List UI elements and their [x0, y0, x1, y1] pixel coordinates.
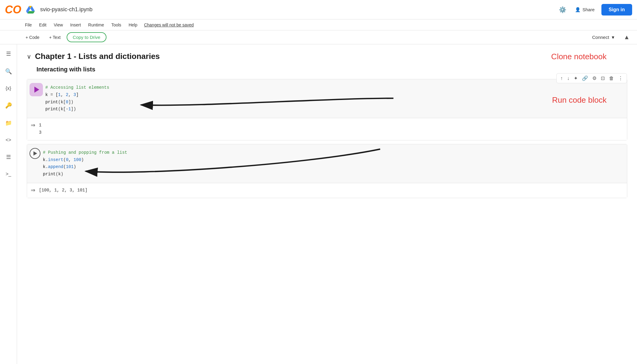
code-cell-1-output: ⇒ 13: [27, 118, 627, 140]
code-cell-1: ↑ ↓ ✦ 🔗 ⚙ ⊡ 🗑 ⋮ # Accessing list element…: [27, 79, 627, 140]
top-bar-right: ⚙️ 👤 Share Sign in: [557, 4, 632, 15]
code-lines-1: # Accessing list elements k = [1, 2, 3] …: [45, 82, 109, 115]
sign-in-button[interactable]: Sign in: [601, 4, 632, 15]
play-button-active[interactable]: [30, 83, 43, 96]
play-triangle-icon: [34, 87, 39, 93]
play-button-2[interactable]: [30, 148, 40, 159]
add-text-button[interactable]: + Text: [46, 33, 64, 42]
toolbar: + Code + Text Copy to Drive Connect ▼ ▲: [0, 30, 637, 44]
changes-warning[interactable]: Changes will not be saved: [144, 22, 193, 27]
sidebar-item-code[interactable]: <>: [3, 135, 14, 145]
menu-bar: File Edit View Insert Runtime Tools Help…: [0, 19, 637, 30]
share-label: Share: [583, 7, 595, 12]
code-comment-2: # Pushing and popping from a list: [43, 150, 127, 155]
copy-to-drive-button[interactable]: Copy to Drive: [67, 32, 106, 42]
cell-more-button[interactable]: ⋮: [617, 75, 624, 82]
cell-link-button[interactable]: 🔗: [581, 75, 589, 82]
code-cell-2-output: ⇒ [100, 1, 2, 3, 101]: [27, 183, 627, 198]
code-comment-1: # Accessing list elements: [45, 85, 109, 90]
connect-label: Connect: [592, 35, 609, 40]
sidebar-item-secrets[interactable]: 🔑: [3, 100, 14, 111]
settings-button[interactable]: ⚙️: [557, 4, 568, 15]
collapse-button[interactable]: ▲: [621, 33, 632, 42]
cell-expand-button[interactable]: ⊡: [600, 75, 606, 82]
cell-delete-button[interactable]: 🗑: [608, 75, 615, 82]
top-bar: CO svio-pyasic-ch1.ipynb ⚙️ 👤 Share Sign…: [0, 0, 637, 19]
code-lines-2: # Pushing and popping from a list k.inse…: [43, 147, 127, 180]
sidebar-item-terminal[interactable]: >_: [3, 169, 13, 179]
notebook-title: svio-pyasic-ch1.ipynb: [40, 6, 92, 13]
menu-file[interactable]: File: [22, 21, 35, 29]
sidebar-item-search[interactable]: 🔍: [3, 66, 14, 77]
play-triangle-icon-2: [33, 151, 37, 156]
colab-logo: CO: [5, 4, 21, 15]
chapter-title: Chapter 1 - Lists and dictionaries: [35, 52, 160, 61]
sidebar: ☰ 🔍 {x} 🔑 📁 <> ☰ >_: [0, 44, 17, 364]
output-text-2: [100, 1, 2, 3, 101]: [39, 186, 88, 195]
menu-edit[interactable]: Edit: [36, 21, 50, 29]
menu-tools[interactable]: Tools: [108, 21, 124, 29]
sidebar-item-menu[interactable]: ☰: [4, 48, 13, 60]
sidebar-item-files[interactable]: 📁: [3, 117, 14, 129]
menu-insert[interactable]: Insert: [67, 21, 84, 29]
output-icon-2: ⇒: [27, 186, 39, 195]
cell-move-down-button[interactable]: ↓: [566, 75, 571, 82]
chapter-chevron[interactable]: ∨: [27, 53, 31, 60]
cell-settings-button[interactable]: ⚙: [591, 75, 598, 82]
menu-view[interactable]: View: [51, 21, 66, 29]
output-icon-1: ⇒: [27, 121, 39, 130]
code-cell-2: # Pushing and popping from a list k.inse…: [27, 144, 627, 198]
cell-ai-button[interactable]: ✦: [573, 75, 579, 82]
person-icon: 👤: [575, 7, 581, 12]
menu-runtime[interactable]: Runtime: [85, 21, 107, 29]
sidebar-item-list[interactable]: ☰: [4, 151, 13, 163]
code-cell-1-input: # Accessing list elements k = [1, 2, 3] …: [27, 79, 627, 118]
drive-icon: [26, 5, 35, 14]
output-text-1: 13: [39, 121, 41, 138]
connect-button[interactable]: Connect ▼: [588, 33, 619, 42]
share-button[interactable]: 👤 Share: [572, 5, 598, 14]
chevron-down-icon: ▼: [611, 35, 615, 40]
cell-1-toolbar: ↑ ↓ ✦ 🔗 ⚙ ⊡ 🗑 ⋮: [556, 73, 627, 83]
sidebar-item-variables[interactable]: {x}: [3, 83, 14, 94]
main-layout: ☰ 🔍 {x} 🔑 📁 <> ☰ >_ ∨ Chapter 1 - Lists …: [0, 44, 637, 364]
menu-help[interactable]: Help: [126, 21, 141, 29]
chapter-heading: ∨ Chapter 1 - Lists and dictionaries: [27, 52, 627, 61]
section-title: Interacting with lists: [37, 66, 627, 73]
notebook-content: ∨ Chapter 1 - Lists and dictionaries Int…: [17, 44, 637, 364]
code-cell-2-input: # Pushing and popping from a list k.inse…: [27, 144, 627, 183]
cell-move-up-button[interactable]: ↑: [559, 75, 564, 82]
add-code-button[interactable]: + Code: [22, 33, 43, 42]
